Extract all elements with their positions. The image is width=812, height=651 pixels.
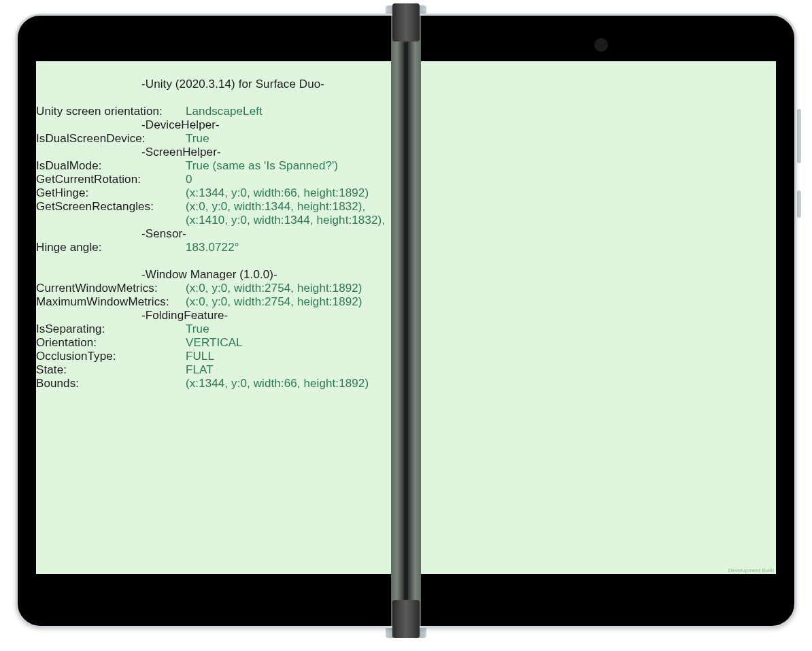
getcurrentrotation-label: GetCurrentRotation:	[36, 173, 186, 186]
orientation-label: Unity screen orientation:	[36, 105, 186, 118]
getcurrentrotation-row: GetCurrentRotation: 0	[36, 173, 392, 186]
state-label: State:	[36, 363, 186, 377]
gethinge-label: GetHinge:	[36, 186, 186, 200]
screenhelper-header: -ScreenHelper-	[36, 146, 392, 159]
isdualscreen-value: True	[186, 132, 209, 146]
devicehelper-header: -DeviceHelper-	[36, 118, 392, 132]
ff-orientation-value: VERTICAL	[186, 336, 243, 350]
hingeangle-label: Hinge angle:	[36, 241, 186, 254]
gethinge-value: (x:1344, y:0, width:66, height:1892)	[186, 186, 369, 200]
occlusiontype-label: OcclusionType:	[36, 350, 186, 363]
maximumwindowmetrics-row: MaximumWindowMetrics: (x:0, y:0, width:2…	[36, 295, 392, 309]
windowmanager-header: -Window Manager (1.0.0)-	[36, 268, 392, 282]
occlusiontype-row: OcclusionType: FULL	[36, 350, 392, 363]
isseparating-label: IsSeparating:	[36, 322, 186, 336]
maximumwindowmetrics-label: MaximumWindowMetrics:	[36, 295, 186, 309]
ff-orientation-label: Orientation:	[36, 336, 186, 350]
hingeangle-value: 183.0722°	[186, 241, 239, 254]
state-value: FLAT	[186, 363, 214, 377]
getcurrentrotation-value: 0	[186, 173, 192, 186]
isseparating-row: IsSeparating: True	[36, 322, 392, 336]
hinge-cap-bottom	[392, 600, 420, 638]
ff-orientation-row: Orientation: VERTICAL	[36, 336, 392, 350]
isdualmode-row: IsDualMode: True (same as 'Is Spanned?')	[36, 159, 392, 173]
maximumwindowmetrics-value: (x:0, y:0, width:2754, height:1892)	[186, 295, 362, 309]
hinge-center-bar	[404, 16, 408, 626]
bounds-row: Bounds: (x:1344, y:0, width:66, height:1…	[36, 377, 392, 390]
side-button-power[interactable]	[797, 190, 801, 218]
app-title: -Unity (2020.3.14) for Surface Duo-	[36, 78, 392, 91]
orientation-row: Unity screen orientation: LandscapeLeft	[36, 105, 392, 118]
development-build-tag: Development Build	[728, 567, 774, 573]
hinge-cap-top	[392, 3, 420, 41]
currentwindowmetrics-row: CurrentWindowMetrics: (x:0, y:0, width:2…	[36, 282, 392, 295]
right-screen: Development Build	[420, 61, 776, 574]
occlusiontype-value: FULL	[186, 350, 214, 363]
isseparating-value: True	[186, 322, 209, 336]
orientation-value: LandscapeLeft	[186, 105, 263, 118]
isdualmode-value: True (same as 'Is Spanned?')	[186, 159, 338, 173]
getscreenrectangles-value1: (x:0, y:0, width:1344, height:1832),	[186, 200, 365, 214]
isdualscreen-label: IsDualScreenDevice:	[36, 132, 186, 146]
foldingfeature-header: -FoldingFeature-	[36, 309, 392, 322]
bounds-label: Bounds:	[36, 377, 186, 390]
isdualmode-label: IsDualMode:	[36, 159, 186, 173]
side-button-volume[interactable]	[797, 109, 801, 163]
bounds-value: (x:1344, y:0, width:66, height:1892)	[186, 377, 369, 390]
left-screen: -Unity (2020.3.14) for Surface Duo- Unit…	[36, 61, 392, 574]
hingeangle-row: Hinge angle: 183.0722°	[36, 241, 392, 254]
getscreenrectangles-row: GetScreenRectangles: (x:0, y:0, width:13…	[36, 200, 392, 214]
debug-info-panel: -Unity (2020.3.14) for Surface Duo- Unit…	[36, 61, 392, 390]
currentwindowmetrics-value: (x:0, y:0, width:2754, height:1892)	[186, 282, 362, 295]
getscreenrectangles-label: GetScreenRectangles:	[36, 200, 186, 214]
state-row: State: FLAT	[36, 363, 392, 377]
sensor-header: -Sensor-	[36, 227, 392, 241]
currentwindowmetrics-label: CurrentWindowMetrics:	[36, 282, 186, 295]
isdualscreen-row: IsDualScreenDevice: True	[36, 132, 392, 146]
gethinge-row: GetHinge: (x:1344, y:0, width:66, height…	[36, 186, 392, 200]
getscreenrectangles-value2: (x:1410, y:0, width:1344, height:1832),	[36, 214, 392, 227]
camera-icon	[594, 38, 608, 52]
